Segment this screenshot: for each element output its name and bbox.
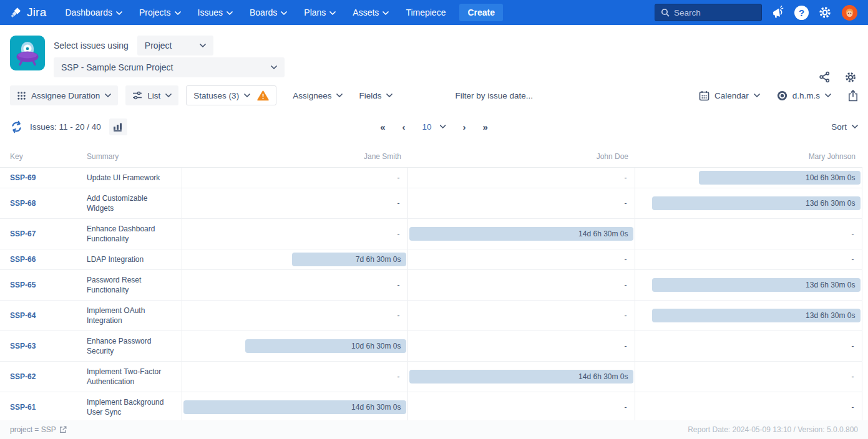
issue-summary: LDAP Integration <box>87 249 182 270</box>
calendar-dropdown[interactable]: Calendar <box>699 90 760 101</box>
duration-bar: 13d 6h 30m 0s <box>652 278 861 292</box>
chevron-down-icon <box>383 11 389 16</box>
top-navigation: Jira Dashboards Projects Issues Boards P… <box>0 0 868 25</box>
sort-label: Sort <box>831 122 847 132</box>
issue-key-link[interactable]: SSP-68 <box>10 199 36 208</box>
empty-duration: - <box>636 229 861 238</box>
bar-chart-icon <box>113 122 123 132</box>
duration-cell-mary-johnson: - <box>635 219 862 249</box>
project-value: SSP - Sample Scrum Project <box>61 62 173 72</box>
nav-item-plans[interactable]: Plans <box>304 7 336 17</box>
issue-key-link[interactable]: SSP-66 <box>10 255 36 264</box>
duration-cell-john-doe: - <box>407 301 635 331</box>
table-row: SSP-67Enhance Dashboard Functionality-14… <box>0 219 862 249</box>
refresh-icon[interactable] <box>10 120 23 133</box>
report-type-label: Assignee Duration <box>31 91 100 100</box>
announcements-icon[interactable] <box>771 5 786 21</box>
sort-dropdown[interactable]: Sort <box>831 122 858 132</box>
table-row: SSP-65Password Reset Functionality--13d … <box>0 270 862 301</box>
duration-cell-jane-smith: - <box>182 270 407 301</box>
fields-dropdown[interactable]: Fields <box>359 91 393 100</box>
duration-cell-jane-smith: 7d 6h 30m 0s <box>182 249 407 270</box>
export-icon[interactable] <box>848 90 858 102</box>
report-type-dropdown[interactable]: Assignee Duration <box>10 85 118 105</box>
duration-bar: 10d 6h 30m 0s <box>699 171 860 185</box>
duration-cell-john-doe: - <box>407 249 635 270</box>
table-row: SSP-68Add Customizable Widgets--13d 6h 3… <box>0 188 862 219</box>
duration-cell-mary-johnson: - <box>635 249 862 270</box>
user-avatar[interactable] <box>841 4 858 21</box>
table-row: SSP-62Implement Two-Factor Authenticatio… <box>0 362 862 392</box>
nav-item-timepiece[interactable]: Timepiece <box>406 7 446 17</box>
issue-key-link[interactable]: SSP-65 <box>10 281 36 289</box>
nav-item-projects[interactable]: Projects <box>139 7 181 17</box>
duration-cell-mary-johnson: - <box>635 362 862 392</box>
duration-table: KeySummaryJane SmithJohn DoeMary Johnson… <box>0 143 868 439</box>
fields-label: Fields <box>359 91 381 100</box>
statuses-dropdown[interactable]: Statuses (3) <box>186 85 276 105</box>
nav-item-label: Plans <box>304 7 326 17</box>
duration-cell-jane-smith: - <box>182 301 407 331</box>
jira-logo[interactable]: Jira <box>10 6 46 19</box>
nav-item-boards[interactable]: Boards <box>250 7 287 17</box>
nav-item-issues[interactable]: Issues <box>198 7 233 17</box>
table-row: SSP-69Update UI Framework--10d 6h 30m 0s <box>0 168 862 188</box>
issue-source-dropdown[interactable]: Project <box>137 36 213 55</box>
issue-summary: Implement OAuth Integration <box>87 301 182 331</box>
chart-view-button[interactable] <box>109 118 127 135</box>
issue-key-link[interactable]: SSP-63 <box>10 342 36 350</box>
issue-key-link[interactable]: SSP-64 <box>10 311 36 320</box>
jql-query-text: project = SSP <box>10 425 56 434</box>
sliders-icon <box>132 90 142 100</box>
duration-cell-john-doe: - <box>407 270 635 301</box>
search-box[interactable] <box>655 4 762 21</box>
column-header-john-doe: John Doe <box>407 143 635 168</box>
jql-query-link[interactable]: project = SSP <box>10 425 67 434</box>
chevron-down-icon <box>175 11 181 16</box>
duration-cell-mary-johnson: 13d 6h 30m 0s <box>635 301 862 331</box>
page-size-value: 10 <box>422 122 431 132</box>
first-page-button[interactable]: « <box>380 122 385 132</box>
nav-item-label: Assets <box>353 7 379 17</box>
statuses-label: Statuses (3) <box>193 91 239 100</box>
empty-duration: - <box>409 403 633 412</box>
table-header-row: KeySummaryJane SmithJohn DoeMary Johnson <box>0 143 862 168</box>
settings-gear-icon[interactable] <box>818 6 832 19</box>
empty-duration: - <box>636 342 861 350</box>
duration-cell-jane-smith: 10d 6h 30m 0s <box>182 331 407 362</box>
time-format-dropdown[interactable]: d.h.m.s <box>777 90 831 101</box>
nav-item-label: Projects <box>139 7 171 17</box>
issue-key-link[interactable]: SSP-61 <box>10 403 36 412</box>
last-page-button[interactable]: » <box>483 122 488 132</box>
duration-bar: 13d 6h 30m 0s <box>652 196 861 210</box>
report-toolbar: Assignee Duration List Statuses (3) Assi… <box>0 85 868 106</box>
issue-key-link[interactable]: SSP-62 <box>10 372 36 381</box>
empty-duration: - <box>183 199 406 208</box>
empty-duration: - <box>409 342 633 350</box>
empty-duration: - <box>636 255 861 264</box>
project-dropdown[interactable]: SSP - Sample Scrum Project <box>54 57 285 77</box>
view-mode-dropdown[interactable]: List <box>125 85 178 105</box>
table-row: SSP-66LDAP Integration7d 6h 30m 0s-- <box>0 249 862 270</box>
share-icon[interactable] <box>819 71 831 84</box>
search-input[interactable] <box>674 8 749 17</box>
issue-date-filter-input[interactable] <box>455 91 586 100</box>
pager-row: Issues: 11 - 20 / 40 « ‹ 10 › » Sort <box>0 113 868 140</box>
page-size-dropdown[interactable]: 10 <box>422 122 446 132</box>
grid-icon <box>17 91 26 100</box>
report-meta: Report Date: 2024-05-09 13:10 / Version:… <box>688 425 858 434</box>
duration-bar: 7d 6h 30m 0s <box>292 253 406 266</box>
nav-item-assets[interactable]: Assets <box>353 7 389 17</box>
previous-page-button[interactable]: ‹ <box>402 122 405 132</box>
nav-item-dashboards[interactable]: Dashboards <box>65 7 122 17</box>
report-settings-gear-icon[interactable] <box>844 71 857 84</box>
issue-key-link[interactable]: SSP-69 <box>10 173 36 182</box>
issue-key-link[interactable]: SSP-67 <box>10 229 36 238</box>
chevron-down-icon <box>329 11 336 16</box>
empty-duration: - <box>409 281 633 289</box>
calendar-icon <box>699 90 710 101</box>
help-icon[interactable]: ? <box>794 6 809 20</box>
assignees-dropdown[interactable]: Assignees <box>293 91 343 100</box>
create-button[interactable]: Create <box>459 4 503 21</box>
next-page-button[interactable]: › <box>463 122 466 132</box>
